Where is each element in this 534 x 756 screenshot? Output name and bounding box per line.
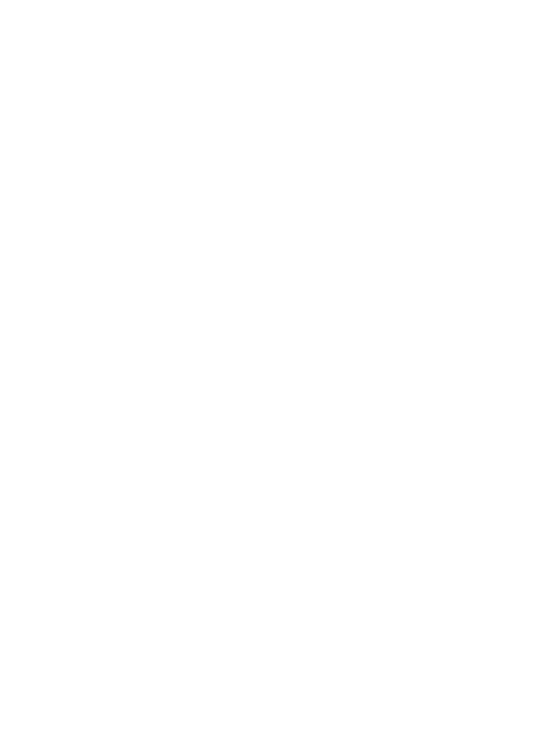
- section-heading-3: [90, 117, 444, 136]
- subsection-heading-1: [100, 155, 444, 171]
- project-line: [90, 82, 444, 96]
